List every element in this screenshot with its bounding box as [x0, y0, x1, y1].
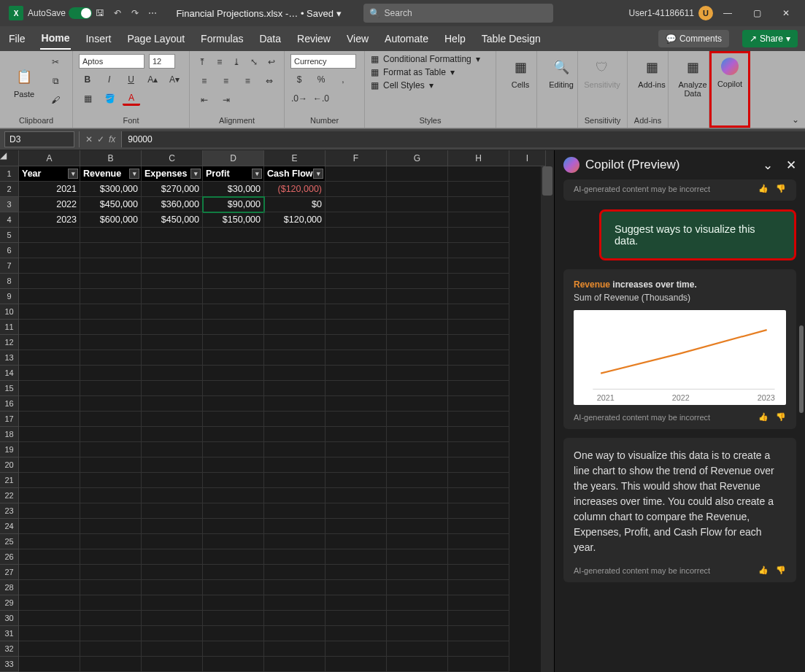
cell[interactable] [448, 304, 509, 320]
search-input[interactable]: 🔍 Search [363, 4, 553, 23]
cell[interactable] [326, 212, 387, 228]
cell[interactable] [19, 457, 80, 473]
col-header-H[interactable]: H [448, 150, 509, 166]
cell[interactable] [387, 595, 448, 611]
cell[interactable]: $120,000 [264, 212, 326, 228]
cell[interactable] [203, 565, 264, 580]
cell[interactable] [203, 657, 264, 672]
cell[interactable]: $270,000 [142, 182, 203, 197]
cell[interactable] [19, 565, 80, 580]
cell[interactable] [387, 243, 448, 258]
cell[interactable] [264, 412, 326, 427]
toggle-switch[interactable] [69, 7, 92, 19]
row-header[interactable]: 1 [0, 166, 19, 182]
tab-view[interactable]: View [345, 28, 370, 49]
account-button[interactable]: User1-41186611 U [629, 6, 713, 20]
cell[interactable] [326, 335, 387, 350]
cell[interactable] [80, 611, 142, 626]
cell[interactable] [448, 320, 509, 335]
cell[interactable] [19, 289, 80, 304]
align-center-button[interactable]: ≡ [217, 73, 235, 89]
formula-input[interactable] [122, 131, 805, 147]
row-header[interactable]: 29 [0, 595, 19, 611]
row-header[interactable]: 31 [0, 626, 19, 641]
redo-icon[interactable]: ↷ [126, 4, 144, 22]
tab-insert[interactable]: Insert [84, 28, 112, 49]
copilot-scrollbar[interactable] [799, 179, 804, 672]
cell[interactable] [387, 412, 448, 427]
row-header[interactable]: 20 [0, 457, 19, 473]
share-button[interactable]: ↗ Share ▾ [742, 30, 798, 47]
cell[interactable] [142, 457, 203, 473]
cell[interactable] [19, 549, 80, 565]
cell[interactable]: $450,000 [142, 212, 203, 228]
cell[interactable] [80, 657, 142, 672]
enter-icon[interactable]: ✓ [97, 134, 104, 144]
cell[interactable] [264, 304, 326, 320]
vertical-scrollbar[interactable] [541, 166, 554, 672]
cell[interactable] [203, 641, 264, 657]
align-top-button[interactable]: ⤒ [196, 54, 209, 70]
cell[interactable] [264, 258, 326, 274]
cell[interactable] [80, 258, 142, 274]
cell[interactable] [142, 335, 203, 350]
row-header[interactable]: 33 [0, 657, 19, 672]
col-header-B[interactable]: B [80, 150, 142, 166]
cell[interactable] [142, 442, 203, 457]
cell[interactable] [387, 534, 448, 549]
cell[interactable] [142, 412, 203, 427]
cell[interactable] [448, 580, 509, 595]
cell[interactable] [264, 442, 326, 457]
cell[interactable] [203, 427, 264, 442]
cell[interactable] [203, 503, 264, 519]
cell[interactable] [448, 381, 509, 396]
cell[interactable] [80, 366, 142, 381]
cell[interactable] [80, 580, 142, 595]
row-header[interactable]: 28 [0, 580, 19, 595]
cell[interactable] [19, 503, 80, 519]
cell[interactable] [80, 289, 142, 304]
cell[interactable] [80, 243, 142, 258]
cell[interactable] [264, 565, 326, 580]
cell[interactable] [448, 442, 509, 457]
cell[interactable] [203, 442, 264, 457]
cell[interactable] [264, 580, 326, 595]
thumbs-down-icon[interactable]: 👎 [776, 565, 786, 575]
cell[interactable] [142, 595, 203, 611]
cell[interactable] [448, 289, 509, 304]
cell[interactable] [264, 366, 326, 381]
cell[interactable] [387, 258, 448, 274]
cell[interactable] [326, 503, 387, 519]
cell[interactable] [387, 289, 448, 304]
cell[interactable] [264, 228, 326, 243]
cell[interactable] [19, 304, 80, 320]
filter-button[interactable]: ▾ [68, 169, 78, 179]
cell[interactable] [448, 488, 509, 503]
fx-icon[interactable]: fx [109, 134, 115, 144]
copilot-button[interactable]: Copilot [712, 53, 748, 88]
cell[interactable]: Revenue▾ [80, 166, 142, 182]
cell[interactable] [448, 657, 509, 672]
format-painter-button[interactable]: 🖌 [47, 92, 64, 108]
cell[interactable] [326, 228, 387, 243]
addins-button[interactable]: ▦Add-ins [633, 54, 670, 89]
tab-file[interactable]: File [7, 28, 27, 49]
cell[interactable] [387, 657, 448, 672]
cell[interactable] [142, 565, 203, 580]
filter-button[interactable]: ▾ [190, 169, 201, 179]
row-header[interactable]: 4 [0, 212, 19, 228]
cell[interactable] [19, 534, 80, 549]
cell[interactable] [80, 396, 142, 412]
cell[interactable] [387, 274, 448, 289]
cell[interactable] [326, 626, 387, 641]
cell[interactable] [326, 243, 387, 258]
cell[interactable] [387, 641, 448, 657]
cell[interactable] [448, 243, 509, 258]
thumbs-down-icon[interactable]: 👎 [776, 412, 786, 422]
cell[interactable] [142, 320, 203, 335]
cell[interactable] [142, 366, 203, 381]
cell[interactable]: $30,000 [203, 182, 264, 197]
cell[interactable] [264, 641, 326, 657]
cell[interactable] [448, 412, 509, 427]
cell[interactable] [80, 228, 142, 243]
